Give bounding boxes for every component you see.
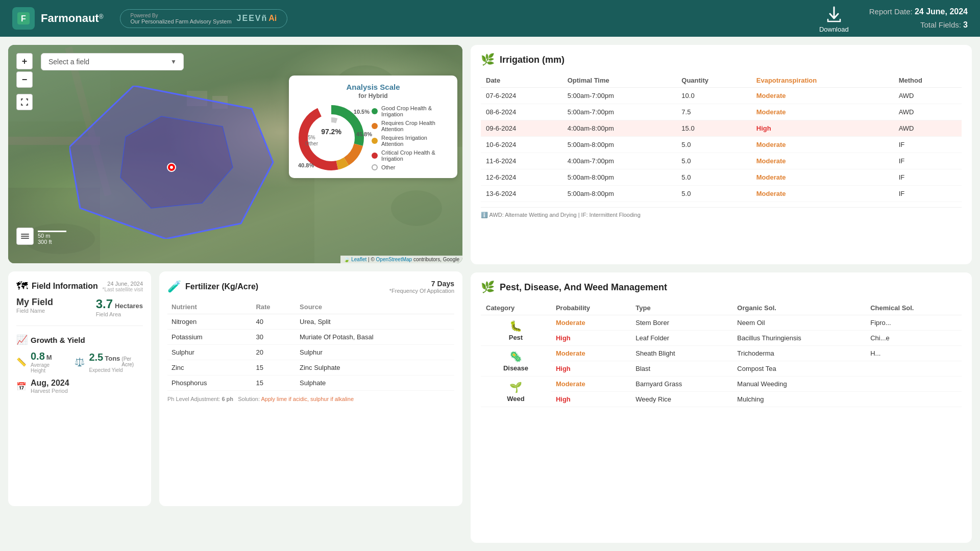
irr-col-optimal: Optimal Time	[562, 73, 677, 88]
pest-col-type: Type	[630, 301, 732, 315]
nutrient-cell: Sulphur	[167, 345, 252, 360]
pest-row: 🐛 Pest Moderate Stem Borer Neem Oil Fipr…	[481, 315, 962, 331]
category-cell: 🦠 Disease	[481, 346, 551, 377]
legend-item-good: Good Crop Health & Irrigation	[372, 105, 448, 117]
rate-cell: 15	[252, 375, 296, 391]
legend-item-other: Other	[372, 164, 448, 170]
chemical-cell: Chi...e	[865, 331, 962, 346]
pest-col-category: Category	[481, 301, 551, 315]
map-container: + − Select a field ▼	[8, 45, 462, 263]
growth-metrics-row: 📏 0.8 M Average Height ⚖️	[16, 350, 143, 373]
field-area-row: 3.7 Hectares	[96, 297, 143, 311]
irrigation-panel: 🌿 Irrigation (mm) Date Optimal Time Quan…	[471, 45, 972, 264]
organic-cell: Trichoderma	[732, 346, 865, 361]
header: F Farmonaut® Powered By Our Personalized…	[0, 0, 980, 37]
legend-ring-other	[372, 164, 378, 170]
organic-cell: Manual Weeding	[732, 377, 865, 392]
prob-cell: High	[551, 331, 630, 346]
analysis-legend: Good Crop Health & Irrigation Requires C…	[372, 105, 448, 170]
fertilizer-row: Potassium 30 Muriate Of Potash, Basal	[167, 330, 454, 345]
irrigation-row: 10-6-2024 5:00am-8:00pm 5.0 Moderate IF	[481, 137, 962, 153]
irr-evap: Moderate	[751, 186, 894, 202]
fertilizer-header: 🧪 Fertilizer (Kg/Acre) 7 Days *Frequency…	[167, 280, 454, 294]
analysis-scale-panel: Analysis Scale for Hybrid	[289, 76, 457, 178]
fertilizer-icon: 🧪	[167, 280, 181, 293]
height-value: 0.8	[31, 350, 45, 362]
fertilizer-table: Nutrient Rate Source Nitrogen 40 Urea, S…	[167, 300, 454, 391]
height-item: 📏 0.8 M Average Height	[16, 350, 64, 373]
yield-label: Expected Yield	[89, 367, 143, 373]
pest-col-organic: Organic Sol.	[732, 301, 865, 315]
irr-date: 12-6-2024	[481, 169, 562, 186]
osm-link[interactable]: OpenStreetMap	[376, 257, 412, 262]
irrigation-footnote: ℹ️ AWD: Alternate Wetting and Drying | I…	[481, 207, 962, 218]
irrigation-row: 07-6-2024 5:00am-7:00pm 10.0 Moderate AW…	[481, 88, 962, 104]
type-cell: Blast	[630, 361, 732, 377]
source-cell: Urea, Split	[296, 314, 454, 330]
jeevn-text: JEEVñ	[237, 14, 268, 23]
pct-label-105: 10.5%	[354, 109, 370, 115]
svg-rect-19	[21, 238, 29, 239]
type-cell: Leaf Folder	[630, 331, 732, 346]
irr-date: 13-6-2024	[481, 186, 562, 202]
app-name: Farmonaut®	[41, 12, 104, 25]
chemical-cell	[865, 392, 962, 407]
growth-title: Growth & Yield	[31, 336, 85, 344]
field-info-date: 24 June, 2024	[107, 281, 143, 287]
irr-evap: Moderate	[751, 169, 894, 186]
zoom-in-button[interactable]: +	[16, 53, 33, 69]
rate-cell: 40	[252, 314, 296, 330]
pest-icon: 🌿	[481, 281, 495, 294]
field-info-date-area: 24 June, 2024 *Last satellite visit	[103, 281, 143, 292]
legend-dot-good	[372, 108, 378, 114]
freq-label: *Frequency Of Application	[389, 288, 454, 294]
organic-cell: Mulching	[732, 392, 865, 407]
height-icon: 📏	[16, 357, 27, 367]
field-info-icon: 🗺	[16, 280, 28, 293]
irr-evap: Moderate	[751, 104, 894, 120]
ph-value: 6 ph	[222, 396, 233, 402]
irr-col-evap: Evapotranspiration	[751, 73, 894, 88]
source-cell: Muriate Of Potash, Basal	[296, 330, 454, 345]
field-info-title: Field Information	[32, 282, 98, 291]
prob-cell: High	[551, 361, 630, 377]
fullscreen-button[interactable]	[16, 94, 33, 110]
map-layer-button[interactable]	[16, 228, 34, 245]
pct-label-458: 45.8%	[356, 131, 372, 137]
irrigation-row: 11-6-2024 4:00am-7:00pm 5.0 Moderate IF	[481, 153, 962, 169]
download-button[interactable]: Download	[819, 4, 849, 33]
irr-quantity: 5.0	[676, 137, 751, 153]
fertilizer-row: Nitrogen 40 Urea, Split	[167, 314, 454, 330]
fertilizer-row: Phosphorus 15 Sulphate	[167, 375, 454, 391]
irr-col-method: Method	[894, 73, 962, 88]
irr-col-date: Date	[481, 73, 562, 88]
col-rate: Rate	[252, 300, 296, 314]
field-polygon-overlay	[69, 86, 284, 239]
map-scale: 50 m 300 ft	[38, 231, 66, 245]
prob-cell: Moderate	[551, 377, 630, 392]
growth-header: 📈 Growth & Yield	[16, 334, 143, 345]
donut-chart: 97.2% 10.5% 45.8% 40.8% 5%Other	[298, 105, 364, 171]
prob-cell: High	[551, 392, 630, 407]
svg-rect-17	[21, 234, 29, 235]
pest-row: High Leaf Folder Bacillus Thuringiensis …	[481, 331, 962, 346]
pest-panel: 🌿 Pest, Disease, And Weed Management Cat…	[471, 272, 972, 543]
pest-table: Category Probability Type Organic Sol. C…	[481, 301, 962, 407]
irr-quantity: 10.0	[676, 88, 751, 104]
irr-optimal: 5:00am-7:00pm	[562, 104, 677, 120]
fertilizer-title: Fertilizer (Kg/Acre)	[185, 282, 258, 291]
irr-quantity: 5.0	[676, 169, 751, 186]
ph-solution[interactable]: Apply lime if acidic, sulphur if alkalin…	[261, 396, 354, 402]
irr-quantity: 15.0	[676, 120, 751, 137]
field-select[interactable]: Select a field	[41, 53, 184, 70]
ai-text: Ai	[268, 14, 277, 23]
zoom-out-button[interactable]: −	[16, 71, 33, 88]
irrigation-row: 09-6-2024 4:00am-8:00pm 15.0 High AWD	[481, 120, 962, 137]
leaflet-link[interactable]: 🍃 Leaflet	[344, 257, 366, 262]
footnote-text: AWD: Alternate Wetting and Drying | IF: …	[489, 212, 640, 218]
source-cell: Zinc Sulphate	[296, 360, 454, 375]
organic-cell: Compost Tea	[732, 361, 865, 377]
height-label: Average Height	[31, 362, 64, 373]
harvest-label: Harvest Period	[31, 388, 69, 394]
nutrient-cell: Potassium	[167, 330, 252, 345]
